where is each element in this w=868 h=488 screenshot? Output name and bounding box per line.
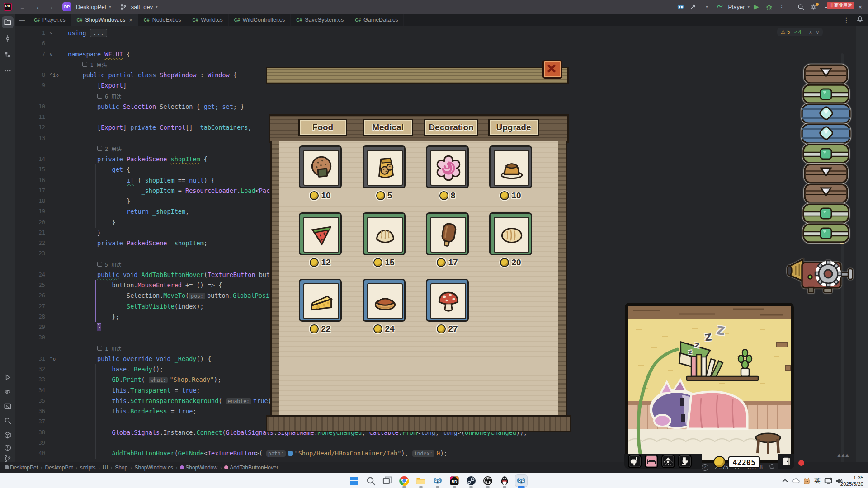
breadcrumb-item[interactable]: Shop	[115, 465, 127, 471]
chest-blue[interactable]	[801, 103, 851, 125]
tray-ime[interactable]: 英	[812, 475, 823, 486]
chest-green[interactable]	[801, 83, 851, 105]
usage-annotation[interactable]: 5 用法	[68, 259, 122, 270]
breadcrumb-item[interactable]: ShopWindow	[180, 465, 217, 471]
find-icon[interactable]	[2, 415, 14, 427]
shop-item-hotdog[interactable]	[363, 279, 406, 322]
taskbar-app-rider[interactable]: RD	[448, 475, 460, 487]
chest-brown[interactable]	[801, 63, 851, 85]
chest-brown[interactable]	[801, 183, 851, 204]
breadcrumb-item[interactable]: DesktopPet	[5, 465, 38, 471]
forward-icon[interactable]: →	[44, 2, 56, 12]
code-text[interactable]: if (_shopItem == null) {	[68, 175, 215, 186]
packages-icon[interactable]	[2, 429, 14, 441]
usage-annotation[interactable]: 2 用法	[68, 144, 122, 154]
gear-machine[interactable]	[787, 249, 855, 297]
pet-room-window[interactable]: z z Z Z	[624, 302, 794, 464]
code-text[interactable]: this.Transparent = true;	[68, 385, 200, 396]
structure-icon[interactable]	[2, 49, 14, 61]
code-text[interactable]: AddTabButtonHover(GetNode<TextureButton>…	[68, 448, 448, 459]
code-text[interactable]: SetTabVisible(index);	[68, 301, 204, 312]
code-text[interactable]: return _shopItem;	[68, 206, 189, 217]
settings-gear-icon[interactable]	[807, 2, 819, 12]
code-text[interactable]: private PackedScene shopItem {	[68, 154, 208, 164]
chevron-down-icon[interactable]: ▾	[701, 2, 713, 12]
search-everywhere-icon[interactable]	[795, 2, 807, 12]
usage-annotation[interactable]: 1 用法	[68, 60, 107, 70]
close-window-button[interactable]: ×	[853, 0, 868, 14]
code-text[interactable]: get {	[68, 164, 130, 175]
editor-tab-shopwindow-cs[interactable]: C#ShopWindow.cs×	[71, 14, 138, 26]
breadcrumb-item[interactable]: scripts	[80, 465, 96, 471]
shop-item-popsicle[interactable]	[426, 212, 469, 255]
shop-item-cookie-bag[interactable]	[363, 145, 406, 188]
project-selector[interactable]: DP DesktopPet ▾	[62, 2, 111, 11]
taskbar-clock[interactable]: 1:35 2025/5/20	[840, 474, 863, 487]
taskbar-app-chrome[interactable]	[398, 475, 410, 487]
shop-item-cheese[interactable]	[299, 279, 342, 322]
code-text[interactable]: }	[68, 228, 101, 238]
taskbar-app-steam[interactable]	[465, 475, 477, 487]
main-menu-icon[interactable]: ≡	[16, 2, 28, 12]
tray-desktop-pet-cat[interactable]	[801, 475, 812, 486]
code-text[interactable]: }	[68, 322, 101, 333]
shop-item-mushroom[interactable]	[426, 279, 469, 322]
chevron-down-icon[interactable]: ▾	[747, 5, 750, 9]
code-text[interactable]: }	[68, 217, 116, 228]
taskbar-app-godot[interactable]	[432, 475, 443, 487]
shop-item-swirl-candy[interactable]	[426, 145, 469, 188]
shop-item-bread[interactable]	[489, 212, 532, 255]
shop-item-onigiri[interactable]	[299, 145, 342, 188]
bed-button[interactable]	[645, 455, 658, 468]
toilet-button[interactable]	[678, 455, 692, 468]
code-text[interactable]: _shopItem = ResourceLoader.Load<Packe	[68, 186, 277, 196]
debug-button[interactable]	[763, 2, 775, 12]
tray-onedrive-cloud[interactable]	[790, 475, 801, 486]
gutter-icon[interactable]: >	[48, 28, 68, 38]
gutter-icon[interactable]: ^io	[48, 70, 68, 80]
code-text[interactable]: }	[68, 196, 130, 206]
chest-blue[interactable]	[801, 123, 851, 145]
tab-close-icon[interactable]: ×	[129, 17, 132, 23]
code-text[interactable]: public Selection Selection { get; set; }	[68, 102, 244, 112]
breadcrumb-item[interactable]: ShopWindow.cs	[135, 465, 173, 471]
editor-tab-world-cs[interactable]: C#World.cs	[187, 14, 229, 26]
gutter-icon[interactable]: ^o	[48, 354, 68, 364]
tab-options-icon[interactable]: ⋮	[843, 16, 850, 24]
editor-tab-nodeext-cs[interactable]: C#NodeExt.cs	[138, 14, 187, 26]
inspections-widget[interactable]: ⚠ 5 ✓4 ∧ ∨	[777, 28, 823, 36]
taskbar-app-obs[interactable]	[482, 475, 494, 487]
usage-annotation[interactable]: 6 用法	[68, 91, 122, 102]
shop-tab-food[interactable]: Food	[298, 119, 347, 136]
usage-annotation[interactable]: 1 用法	[68, 343, 122, 354]
lamp-button[interactable]	[661, 455, 675, 468]
gutter-icon[interactable]: v	[48, 49, 68, 60]
code-text[interactable]: public void AddTabButtonHover(TextureBut…	[68, 270, 277, 280]
branch-selector[interactable]: salt_dev ▾	[118, 2, 158, 12]
debug-icon[interactable]	[2, 386, 14, 398]
notifications-bell-icon[interactable]	[856, 15, 863, 24]
shop-item-watermelon[interactable]	[299, 212, 342, 255]
code-text[interactable]: [Export] private Control[] _tabContainer…	[68, 122, 251, 133]
breadcrumb-item[interactable]: UI	[103, 465, 108, 471]
taskbar-app-explorer[interactable]	[415, 475, 427, 487]
build-hammer-icon[interactable]	[688, 2, 699, 12]
next-problem-icon[interactable]: ∨	[816, 30, 819, 35]
taskbar-app-qq[interactable]	[499, 475, 510, 487]
prev-problem-icon[interactable]: ∧	[809, 30, 812, 35]
chest-green[interactable]	[801, 202, 851, 224]
code-text[interactable]: this.SetTransparentBackground( enable:tr…	[68, 396, 275, 406]
shop-item-pudding[interactable]	[489, 145, 532, 188]
chest-brown[interactable]	[801, 163, 851, 184]
run-icon[interactable]	[2, 371, 14, 383]
code-text[interactable]: GD.Print( what:"Shop.Ready");	[68, 375, 221, 385]
chest-green[interactable]	[801, 222, 851, 244]
code-text[interactable]: this.Borderless = true;	[68, 406, 197, 417]
godot-engine-icon[interactable]	[675, 2, 687, 12]
taskbar-app-start[interactable]	[348, 475, 360, 487]
shop-item-dumpling[interactable]	[363, 212, 406, 255]
shop-tab-upgrade[interactable]: Upgrade	[488, 119, 539, 136]
editor-tab-savesystem-cs[interactable]: C#SaveSystem.cs	[291, 14, 349, 26]
shop-close-button[interactable]	[542, 60, 562, 79]
run-config-name[interactable]: Player	[728, 4, 745, 10]
